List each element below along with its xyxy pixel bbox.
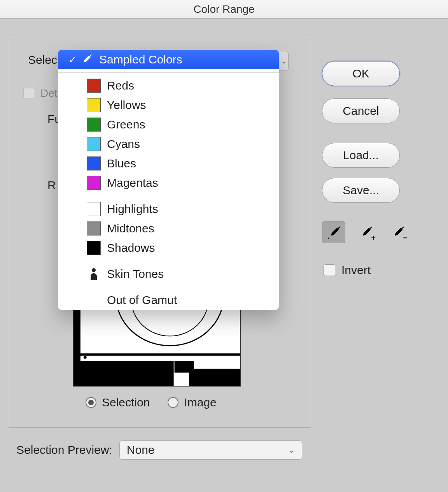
radio-image-dot	[168, 397, 178, 408]
dropdown-item-highlights[interactable]: Highlights	[58, 199, 279, 219]
color-swatch-highlights	[87, 202, 101, 216]
window-title: Color Range	[0, 0, 448, 19]
ok-button[interactable]: OK	[322, 61, 400, 86]
dropdown-item-label: Shadows	[107, 241, 155, 255]
invert-checkbox[interactable]	[324, 264, 335, 276]
selection-preview-value: None	[127, 443, 155, 457]
dropdown-item-shadows[interactable]: Shadows	[58, 238, 279, 258]
svg-point-17	[137, 371, 140, 374]
dropdown-item-label: Magentas	[107, 176, 158, 190]
color-swatch-greens	[87, 118, 101, 132]
color-swatch-cyans	[87, 137, 101, 151]
radio-selection-label: Selection	[102, 396, 150, 409]
select-label: Select	[28, 53, 60, 67]
dropdown-item-midtones[interactable]: Midtones	[58, 219, 279, 238]
dropdown-item-label: Skin Tones	[107, 267, 164, 281]
radio-image[interactable]: Image	[168, 396, 216, 409]
range-label: R	[47, 179, 56, 192]
dropdown-item-label: Midtones	[107, 222, 154, 235]
dropdown-item-yellows[interactable]: Yellows	[58, 95, 279, 115]
dropdown-item-label: Reds	[107, 79, 134, 92]
dropdown-item-magentas[interactable]: Magentas	[58, 173, 279, 193]
svg-rect-5	[189, 369, 240, 386]
dropdown-item-sampled-colors[interactable]: ✓ Sampled Colors	[58, 50, 279, 69]
dropdown-item-label: Sampled Colors	[99, 53, 182, 66]
svg-point-13	[84, 356, 87, 359]
selection-preview-dropdown[interactable]: None ⌄	[119, 440, 302, 460]
eyedropper-tool[interactable]	[322, 221, 345, 243]
svg-point-15	[107, 371, 110, 374]
dropdown-item-cyans[interactable]: Cyans	[58, 134, 279, 154]
eyedropper-add-tool[interactable]: +	[354, 221, 377, 243]
person-icon	[87, 268, 101, 280]
dialog-body: Select ⌄ Det Localized Color Clusters Fu…	[0, 19, 448, 492]
svg-point-16	[122, 364, 125, 366]
dropdown-separator	[58, 196, 279, 196]
selection-preview-label: Selection Preview:	[16, 443, 112, 457]
eyedropper-subtract-tool[interactable]: −	[386, 221, 409, 243]
minus-icon: −	[403, 234, 408, 242]
chevron-down-icon: ⌄	[288, 445, 295, 455]
plus-icon: +	[371, 234, 376, 242]
dropdown-item-label: Cyans	[107, 137, 140, 151]
dropdown-item-out-of-gamut[interactable]: Out of Gamut	[58, 290, 279, 310]
detect-faces-checkbox[interactable]	[23, 88, 34, 99]
svg-rect-2	[74, 353, 240, 356]
dropdown-item-label: Greens	[107, 118, 145, 131]
color-swatch-yellows	[87, 98, 101, 112]
eyedropper-icon	[79, 53, 93, 67]
dropdown-item-greens[interactable]: Greens	[58, 115, 279, 134]
detect-faces-label: Det	[40, 87, 58, 100]
cancel-button[interactable]: Cancel	[322, 98, 400, 123]
radio-selection[interactable]: Selection	[86, 396, 150, 409]
dropdown-item-label: Out of Gamut	[107, 293, 177, 307]
load-button[interactable]: Load...	[322, 143, 400, 168]
select-dropdown-menu: ✓ Sampled Colors Reds Yellows Greens Cya…	[58, 49, 279, 310]
invert-label: Invert	[341, 264, 371, 277]
dropdown-item-skin-tones[interactable]: Skin Tones	[58, 264, 279, 284]
checkmark-icon: ✓	[66, 54, 79, 66]
dropdown-item-blues[interactable]: Blues	[58, 154, 279, 173]
svg-point-20	[92, 268, 96, 272]
dropdown-separator	[58, 72, 279, 73]
svg-point-14	[97, 366, 100, 368]
dropdown-item-label: Highlights	[107, 202, 158, 216]
dropdown-item-label: Yellows	[107, 98, 146, 112]
radio-image-label: Image	[184, 396, 216, 409]
color-swatch-magentas	[87, 176, 101, 190]
select-dropdown-toggle[interactable]: ⌄	[279, 52, 289, 70]
color-swatch-midtones	[87, 221, 101, 235]
color-swatch-shadows	[87, 241, 101, 255]
save-button[interactable]: Save...	[322, 178, 400, 203]
radio-selection-dot	[86, 397, 96, 408]
detect-faces-row: Det	[23, 87, 58, 100]
dropdown-item-label: Blues	[107, 157, 136, 170]
color-swatch-reds	[87, 79, 101, 93]
color-swatch-blues	[87, 156, 101, 170]
dropdown-separator	[58, 261, 279, 261]
dropdown-separator	[58, 287, 279, 287]
svg-point-18	[153, 366, 156, 368]
dropdown-item-reds[interactable]: Reds	[58, 76, 279, 95]
svg-point-19	[169, 373, 171, 376]
